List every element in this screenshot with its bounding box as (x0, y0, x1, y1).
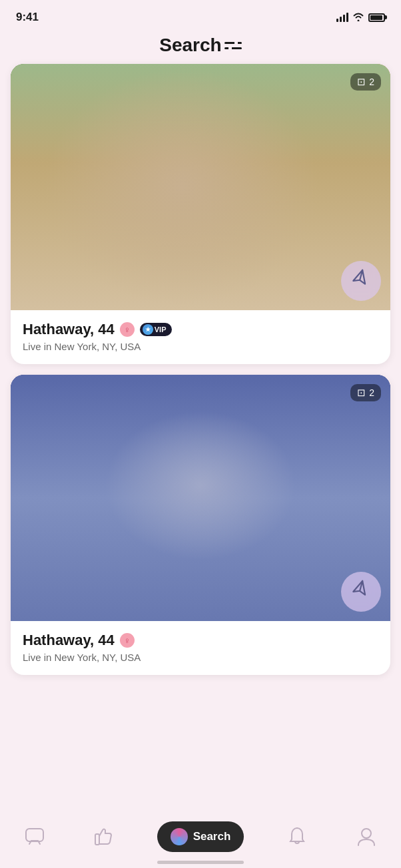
svg-point-38 (147, 448, 254, 568)
profile-card-2[interactable]: ⊡ 2 Hathaway, 44 ♀ Live in New York, NY (11, 375, 390, 675)
svg-rect-29 (167, 240, 186, 277)
home-indicator (157, 861, 244, 864)
svg-point-36 (101, 578, 300, 621)
svg-rect-31 (11, 375, 390, 621)
svg-point-33 (67, 375, 334, 594)
card-image-wrapper-1: ⊡ 2 (11, 64, 390, 310)
filter-button[interactable] (222, 39, 242, 52)
svg-rect-0 (11, 64, 390, 310)
svg-rect-11 (200, 192, 341, 290)
filter-icon-line-top (224, 42, 242, 44)
likes-icon (95, 827, 113, 846)
send-icon-2 (349, 579, 373, 604)
svg-rect-30 (169, 239, 185, 244)
photo-icon-2: ⊡ (357, 387, 366, 399)
bottom-nav: Search (0, 815, 401, 868)
profile-icon (358, 827, 375, 846)
photo-count-2: 2 (369, 387, 374, 398)
svg-rect-47 (26, 829, 43, 841)
svg-point-28 (230, 203, 240, 211)
signal-icon (336, 13, 348, 22)
svg-point-41 (173, 501, 192, 515)
svg-rect-37 (181, 540, 220, 586)
nav-item-notifications[interactable] (280, 823, 314, 850)
svg-point-14 (151, 290, 297, 310)
card-image-1 (11, 64, 390, 310)
svg-point-46 (191, 541, 206, 546)
card-name-row-2: Hathaway, 44 ♀ (23, 632, 378, 649)
card-location-2: Live in New York, NY, USA (23, 652, 378, 663)
card-name-2: Hathaway, 44 (23, 632, 115, 649)
svg-point-17 (216, 282, 232, 298)
card-name-1: Hathaway, 44 (23, 321, 115, 338)
cards-container: ⊡ 2 Hathaway, 44 ♀ ★ VI (0, 64, 401, 675)
action-button-2[interactable] (341, 572, 381, 612)
nav-item-messages[interactable] (18, 823, 51, 850)
svg-point-16 (189, 296, 205, 310)
send-icon-1 (349, 268, 373, 294)
svg-point-43 (183, 504, 188, 508)
svg-rect-25 (225, 200, 245, 214)
photo-count-1: 2 (369, 77, 374, 87)
nav-item-likes[interactable] (87, 823, 121, 850)
nav-item-profile[interactable] (350, 823, 383, 850)
vip-star-icon: ★ (143, 324, 153, 335)
card-image-2 (11, 375, 390, 621)
svg-point-27 (205, 203, 216, 211)
svg-point-23 (179, 147, 269, 214)
status-bar: 9:41 (0, 0, 401, 29)
action-button-1[interactable] (341, 261, 381, 301)
gender-icon-1: ♀ (124, 325, 131, 335)
card-info-2: Hathaway, 44 ♀ Live in New York, NY, USA (11, 621, 390, 675)
svg-rect-2 (11, 64, 131, 310)
svg-rect-9 (320, 104, 326, 109)
svg-rect-8 (270, 104, 276, 109)
svg-point-35 (94, 581, 307, 621)
card-location-1: Live in New York, NY, USA (23, 341, 378, 352)
svg-rect-12 (204, 195, 336, 282)
gender-icon-2: ♀ (124, 636, 131, 646)
profile-card-1[interactable]: ⊡ 2 Hathaway, 44 ♀ ★ VI (11, 64, 390, 364)
search-orb-icon (171, 828, 188, 845)
page-header: Search (0, 29, 401, 64)
svg-point-13 (208, 194, 293, 254)
card-info-1: Hathaway, 44 ♀ ★ VIP Live in New York, N… (11, 310, 390, 364)
gender-badge-1: ♀ (120, 322, 135, 337)
vip-label-1: VIP (155, 326, 167, 333)
svg-rect-6 (240, 67, 307, 147)
svg-point-42 (209, 501, 228, 515)
filter-icon-line-bottom (224, 47, 242, 49)
svg-rect-3 (17, 77, 124, 224)
svg-rect-4 (17, 77, 124, 87)
messages-icon (25, 828, 44, 845)
svg-rect-21 (207, 217, 240, 250)
svg-point-18 (242, 296, 258, 310)
svg-point-44 (218, 504, 224, 508)
photo-icon-1: ⊡ (357, 76, 366, 88)
page-title: Search (159, 35, 221, 56)
vip-badge-1: ★ VIP (140, 323, 172, 336)
svg-point-40 (146, 421, 255, 501)
card-name-row-1: Hathaway, 44 ♀ ★ VIP (23, 321, 378, 338)
svg-point-49 (362, 829, 371, 838)
svg-point-22 (181, 157, 267, 250)
svg-rect-32 (11, 375, 390, 621)
svg-rect-34 (177, 541, 224, 621)
svg-point-39 (151, 458, 230, 551)
notifications-icon (289, 827, 305, 846)
svg-rect-24 (200, 200, 220, 214)
svg-point-45 (157, 491, 191, 538)
svg-point-15 (157, 270, 290, 310)
photo-count-badge-2: ⊡ 2 (350, 384, 381, 401)
card-image-wrapper-2: ⊡ 2 (11, 375, 390, 621)
gender-badge-2: ♀ (120, 633, 135, 648)
battery-icon (368, 13, 385, 22)
status-time: 9:41 (16, 11, 39, 24)
svg-rect-1 (11, 64, 144, 310)
status-icons (336, 12, 385, 23)
wifi-icon (352, 12, 364, 23)
nav-search-label: Search (193, 830, 231, 843)
photo-count-badge-1: ⊡ 2 (350, 73, 381, 91)
nav-search-button[interactable]: Search (157, 821, 244, 852)
